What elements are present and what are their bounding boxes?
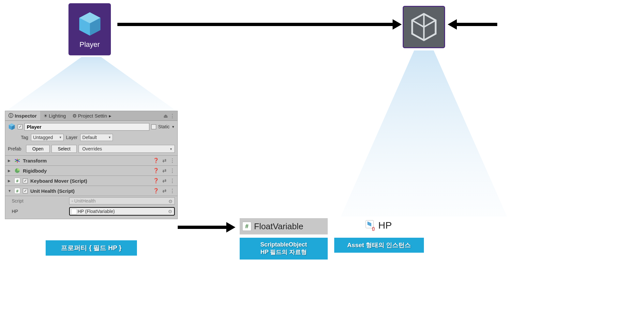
cube-icon bbox=[76, 10, 104, 38]
enabled-checkbox[interactable]: ✓ bbox=[23, 189, 28, 193]
object-picker-icon[interactable]: ⊙ bbox=[168, 209, 172, 214]
tab-inspector[interactable]: ⓘInspector bbox=[5, 111, 40, 120]
rigidbody-icon bbox=[14, 168, 20, 174]
hp-label: HP bbox=[8, 209, 67, 214]
arrow-into-unity-right bbox=[455, 23, 497, 26]
gameobject-name-input[interactable] bbox=[24, 123, 149, 131]
prefab-overrides-dropdown[interactable]: Overrides bbox=[79, 145, 175, 153]
expand-icon[interactable]: ▶ bbox=[8, 179, 12, 183]
component-transform[interactable]: ▶ Transform ❓⇄⋮ bbox=[5, 156, 177, 166]
script-value: UnitHealth bbox=[74, 198, 96, 204]
floatvariable-label: FloatVariable bbox=[254, 221, 303, 232]
floatvariable-script-box: # FloatVariable bbox=[240, 218, 328, 234]
preset-icon[interactable]: ⇄ bbox=[162, 178, 167, 184]
caption-asset-instance: Asset 형태의 인스턴스 bbox=[334, 238, 424, 253]
gameobject-icon bbox=[8, 123, 16, 131]
preset-icon[interactable]: ⇄ bbox=[162, 168, 167, 174]
tag-dropdown[interactable]: Untagged bbox=[31, 134, 64, 141]
component-name: Transform bbox=[23, 158, 150, 163]
expand-icon[interactable]: ▶ bbox=[8, 159, 12, 163]
arrow-player-to-unity bbox=[117, 23, 395, 26]
lock-icon[interactable]: ⏏ bbox=[163, 113, 168, 119]
expand-icon[interactable]: ▼ bbox=[8, 189, 12, 193]
svg-marker-9 bbox=[7, 57, 176, 111]
caption-line: ScriptableObject bbox=[246, 241, 322, 248]
caption-line: HP 필드의 자료형 bbox=[246, 248, 322, 256]
script-hash-icon: # bbox=[242, 222, 251, 231]
layer-dropdown[interactable]: Default bbox=[80, 134, 113, 141]
player-prefab-icon: Player bbox=[68, 3, 111, 55]
hp-asset-box: {} HP bbox=[365, 217, 408, 233]
tab-lighting[interactable]: ☀Lighting bbox=[40, 111, 69, 120]
expand-icon[interactable]: ▶ bbox=[8, 169, 12, 173]
svg-marker-10 bbox=[341, 50, 507, 217]
tag-label: Tag bbox=[21, 135, 28, 140]
menu-icon[interactable]: ⋮ bbox=[170, 178, 175, 184]
help-icon[interactable]: ❓ bbox=[153, 178, 159, 184]
tag-value: Untagged bbox=[33, 135, 53, 140]
caption-property: 프로퍼티 { 필드 HP } bbox=[46, 240, 137, 256]
enabled-checkbox[interactable]: ✓ bbox=[23, 178, 28, 183]
component-unit-health[interactable]: ▼ # ✓ Unit Health (Script) ❓⇄⋮ bbox=[5, 186, 177, 196]
overrides-label: Overrides bbox=[82, 146, 102, 151]
unity-logo-icon bbox=[409, 12, 439, 42]
prefab-label: Prefab bbox=[8, 146, 24, 151]
script-label: Script bbox=[8, 198, 67, 204]
transform-icon bbox=[14, 158, 20, 163]
tab-project-settings[interactable]: ⚙Project Settin▸ bbox=[69, 111, 115, 120]
preset-icon[interactable]: ⇄ bbox=[162, 188, 167, 194]
hp-field-row: HP HP (FloatVariable)⊙ bbox=[5, 206, 177, 219]
active-checkbox[interactable]: ✓ bbox=[18, 124, 22, 129]
inspector-header: ✓ Static▼ bbox=[5, 121, 177, 133]
arrow-hp-to-floatvariable bbox=[178, 226, 228, 229]
hp-asset-label: HP bbox=[378, 220, 392, 231]
caption-scriptableobject: ScriptableObject HP 필드의 자료형 bbox=[240, 238, 328, 260]
layer-label: Layer bbox=[66, 135, 78, 140]
tab-label: Inspector bbox=[15, 113, 37, 119]
hp-reference-field[interactable]: HP (FloatVariable)⊙ bbox=[69, 207, 175, 216]
scriptableobject-icon: {} bbox=[365, 220, 376, 231]
preset-icon[interactable]: ⇄ bbox=[162, 158, 167, 163]
menu-icon[interactable]: ⋮ bbox=[170, 168, 175, 174]
static-checkbox[interactable] bbox=[151, 124, 156, 129]
help-icon[interactable]: ❓ bbox=[153, 168, 159, 174]
component-name: Keyboard Mover (Script) bbox=[30, 178, 150, 184]
tab-label: Project Settin bbox=[78, 113, 107, 119]
layer-value: Default bbox=[82, 135, 97, 140]
svg-line-7 bbox=[424, 20, 436, 27]
component-keyboard-mover[interactable]: ▶ # ✓ Keyboard Mover (Script) ❓⇄⋮ bbox=[5, 176, 177, 186]
prefab-open-button[interactable]: Open bbox=[26, 145, 50, 153]
player-label: Player bbox=[80, 40, 100, 49]
beam-connector-right bbox=[341, 50, 507, 217]
inspector-tabs: ⓘInspector ☀Lighting ⚙Project Settin▸ ⏏⋮ bbox=[5, 111, 177, 121]
prefab-select-button[interactable]: Select bbox=[52, 145, 77, 153]
menu-icon[interactable]: ⋮ bbox=[170, 158, 175, 163]
svg-line-6 bbox=[412, 20, 424, 27]
component-name: Unit Health (Script) bbox=[30, 188, 150, 194]
menu-icon[interactable]: ⋮ bbox=[170, 113, 175, 119]
menu-icon[interactable]: ⋮ bbox=[170, 188, 175, 194]
script-field-row: Script ▫ UnitHealth bbox=[5, 196, 177, 206]
component-rigidbody[interactable]: ▶ Rigidbody ❓⇄⋮ bbox=[5, 166, 177, 176]
prefab-row: Prefab Open Select Overrides bbox=[5, 144, 177, 156]
static-label: Static bbox=[158, 124, 170, 129]
script-icon: # bbox=[14, 178, 20, 184]
unity-asset-icon bbox=[403, 6, 445, 48]
component-name: Rigidbody bbox=[23, 168, 150, 174]
svg-text:{}: {} bbox=[372, 226, 375, 231]
tab-extras: ⏏⋮ bbox=[161, 113, 177, 119]
inspector-panel: ⓘInspector ☀Lighting ⚙Project Settin▸ ⏏⋮… bbox=[5, 111, 178, 219]
beam-connector-left bbox=[7, 57, 176, 111]
help-icon[interactable]: ❓ bbox=[153, 188, 159, 194]
tag-layer-row: Tag Untagged Layer Default bbox=[5, 133, 177, 144]
script-icon: # bbox=[14, 188, 20, 194]
hp-value: HP (FloatVariable) bbox=[78, 209, 115, 214]
tab-label: Lighting bbox=[49, 113, 66, 119]
script-reference-field: ▫ UnitHealth bbox=[69, 197, 175, 204]
help-icon[interactable]: ❓ bbox=[153, 158, 159, 163]
